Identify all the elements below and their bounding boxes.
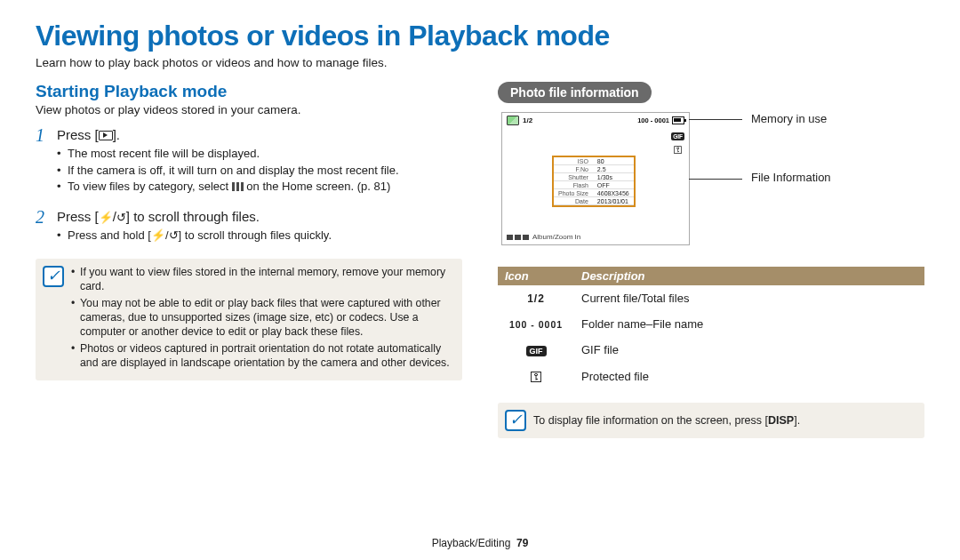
table-cell: Protected file [574,363,924,390]
callout-fileinfo: File Information [751,171,831,184]
table-header-desc: Description [574,267,924,285]
step-text: Press []. [57,127,462,142]
timer-icon: ↺ [116,211,126,224]
filenum-icon: 100 - 0001 [509,319,563,330]
step-number: 2 [36,209,50,252]
table-cell: GIF file [574,337,924,363]
album-icon [232,182,244,191]
camera-screen: 1/2 100 - 0001 GIF ⚿ ISO80 [501,112,690,245]
note-box: ✓ To display file information on the scr… [498,403,924,438]
step-text: Press [⚡/↺] to scroll through files. [57,209,462,224]
timer-icon: ↺ [169,228,179,242]
section-pill: Photo file information [498,82,652,103]
table-row: GIF GIF file [498,337,924,363]
list-item: To view files by category, select on the… [57,179,462,195]
page-subtitle: Learn how to play back photos or videos … [36,56,924,69]
note-box: ✓ If you want to view files stored in th… [36,259,462,380]
list-item: If the camera is off, it will turn on an… [57,163,462,179]
list-item: The most recent file will be displayed. [57,146,462,162]
protected-icon: ⚿ [674,145,683,155]
protected-icon: ⚿ [530,369,543,384]
icon-table: Icon Description 1/2 Current file/Total … [498,267,924,390]
playback-icon [99,131,113,140]
table-cell: Current file/Total files [574,285,924,311]
gif-icon: GIF [671,132,684,140]
section-heading: Starting Playback mode [36,82,462,101]
note-icon: ✓ [43,266,64,287]
battery-icon [672,116,684,124]
table-header-icon: Icon [498,267,574,285]
gif-icon: GIF [526,346,547,356]
note-icon: ✓ [505,410,526,431]
flash-icon: ⚡ [99,211,113,224]
list-item: If you want to view files stored in the … [71,266,452,294]
list-item: Photos or videos captured in portrait or… [71,342,452,371]
section-intro: View photos or play videos stored in you… [36,103,462,116]
table-cell: Folder name–File name [574,311,924,337]
page-title: Viewing photos or videos in Playback mod… [36,20,924,52]
file-info-box: ISO80 F.No2.5 Shutter1/30s FlashOFF Phot… [552,156,636,207]
list-item: Press and hold [⚡/↺] to scroll through f… [57,228,462,244]
list-item: You may not be able to edit or play back… [71,297,452,340]
page-footer: Playback/Editing 79 [0,537,960,549]
table-row: 1/2 Current file/Total files [498,285,924,311]
photo-thumb-icon [507,116,519,125]
note-text: To display file information on the scree… [533,414,800,427]
flash-icon: ⚡ [151,228,165,242]
callout-memory: Memory in use [751,112,827,125]
step-number: 1 [36,127,50,204]
counter-icon: 1/2 [527,292,545,305]
file-number: 100 - 0001 [637,116,669,124]
bottom-bar-text: Album/Zoom In [532,233,580,241]
table-row: 100 - 0001 Folder name–File name [498,311,924,337]
file-counter: 1/2 [523,116,532,124]
table-row: ⚿ Protected file [498,363,924,390]
